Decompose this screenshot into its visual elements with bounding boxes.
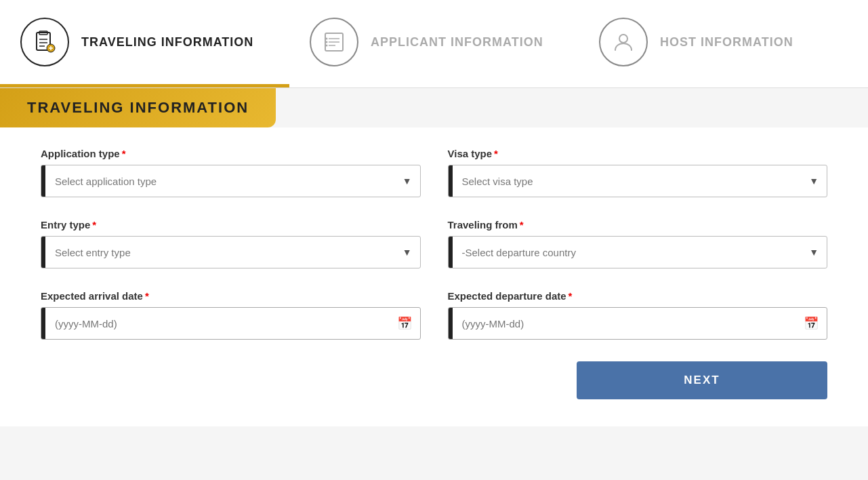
step-applicant-label: APPLICANT INFORMATION: [371, 35, 543, 49]
svg-point-12: [326, 38, 328, 40]
form-row-3: Expected arrival date* 📅 Expected depart…: [41, 290, 827, 340]
visa-type-label: Visa type*: [448, 148, 828, 159]
step-traveling-label: TRAVELING INFORMATION: [81, 35, 253, 49]
step-host-label: HOST INFORMATION: [660, 35, 793, 49]
application-type-select-wrap[interactable]: Select application type ▼: [41, 165, 421, 197]
entry-type-select[interactable]: Select entry type: [45, 237, 394, 268]
svg-point-13: [326, 41, 328, 43]
button-row: NEXT: [41, 361, 827, 399]
visa-type-select[interactable]: Select visa type: [453, 165, 802, 197]
step-traveling[interactable]: TRAVELING INFORMATION: [0, 0, 289, 87]
entry-type-label: Entry type*: [41, 219, 421, 231]
form-area: Application type* Select application typ…: [0, 127, 868, 426]
travel-icon-wrap: [20, 18, 69, 66]
form-row-1: Application type* Select application typ…: [41, 148, 827, 197]
arrival-date-label: Expected arrival date*: [41, 290, 421, 302]
arrival-date-input-wrap[interactable]: 📅: [41, 307, 421, 340]
application-type-arrow-icon: ▼: [394, 176, 420, 186]
list-icon: [322, 30, 346, 54]
application-type-group: Application type* Select application typ…: [41, 148, 421, 197]
travel-icon: [33, 30, 57, 54]
departure-date-label: Expected departure date*: [448, 290, 828, 302]
traveling-from-label: Traveling from*: [448, 219, 828, 231]
traveling-from-group: Traveling from* -Select departure countr…: [448, 219, 828, 268]
svg-point-15: [619, 35, 627, 43]
steps-header: TRAVELING INFORMATION APPLICANT INFORMAT…: [0, 0, 868, 88]
arrival-date-group: Expected arrival date* 📅: [41, 290, 421, 340]
visa-type-select-wrap[interactable]: Select visa type ▼: [448, 165, 828, 197]
departure-date-group: Expected departure date* 📅: [448, 290, 828, 340]
departure-date-input-wrap[interactable]: 📅: [448, 307, 828, 340]
visa-type-group: Visa type* Select visa type ▼: [448, 148, 828, 197]
traveling-from-arrow-icon: ▼: [801, 247, 827, 258]
visa-type-arrow-icon: ▼: [801, 176, 827, 186]
application-type-label: Application type*: [41, 148, 421, 159]
arrival-date-input[interactable]: [45, 308, 389, 339]
traveling-from-select-wrap[interactable]: -Select departure country ▼: [448, 236, 828, 268]
entry-type-select-wrap[interactable]: Select entry type ▼: [41, 236, 421, 268]
departure-date-input[interactable]: [453, 308, 796, 339]
departure-date-calendar-icon[interactable]: 📅: [795, 316, 827, 331]
entry-type-group: Entry type* Select entry type ▼: [41, 219, 421, 268]
step-host[interactable]: HOST INFORMATION: [579, 0, 868, 87]
application-type-select[interactable]: Select application type: [45, 165, 394, 197]
section-title-bar: TRAVELING INFORMATION: [0, 88, 276, 127]
next-button[interactable]: NEXT: [577, 361, 827, 399]
traveling-from-select[interactable]: -Select departure country: [453, 237, 802, 268]
step-applicant[interactable]: APPLICANT INFORMATION: [289, 0, 579, 87]
section-title: TRAVELING INFORMATION: [27, 99, 249, 116]
applicant-icon-wrap: [310, 18, 358, 66]
entry-type-arrow-icon: ▼: [394, 247, 420, 258]
person-icon: [611, 30, 636, 54]
arrival-date-calendar-icon[interactable]: 📅: [389, 316, 420, 331]
host-icon-wrap: [599, 18, 648, 66]
svg-point-14: [326, 45, 328, 47]
form-row-2: Entry type* Select entry type ▼ Travelin…: [41, 219, 827, 268]
